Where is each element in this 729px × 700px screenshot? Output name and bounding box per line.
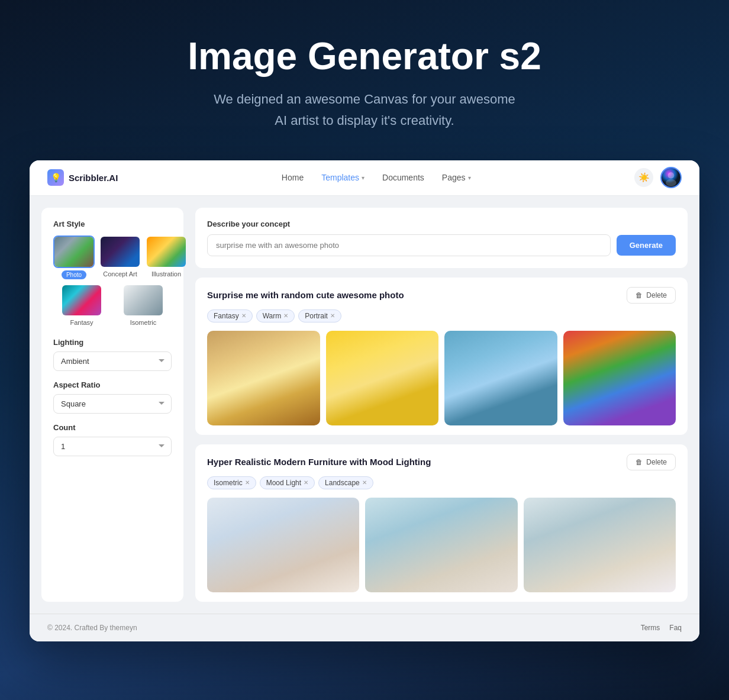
trash-icon-1: 🗑	[636, 291, 643, 299]
brand[interactable]: 💡 Scribbler.AI	[47, 169, 118, 186]
result-header-1: Surprise me with random cute awesome pho…	[207, 287, 676, 304]
count-select[interactable]: 1 2 3 4	[53, 437, 172, 456]
count-group: Count 1 2 3 4	[53, 423, 172, 456]
nav-item-documents[interactable]: Documents	[382, 173, 424, 182]
nav-item-templates[interactable]: Templates ▾	[321, 173, 364, 182]
art-style-illustration[interactable]: Illustration	[146, 236, 187, 279]
image-icecream[interactable]	[207, 331, 320, 425]
concept-input[interactable]	[207, 234, 611, 256]
footer-links: Terms Faq	[641, 624, 682, 632]
image-cat[interactable]	[326, 331, 439, 425]
hero-section: Image Generator s2 We deigned an awesome…	[0, 0, 729, 160]
svg-point-2	[666, 179, 676, 186]
nav-item-pages[interactable]: Pages ▾	[442, 173, 471, 182]
nav-menu: Home Templates ▾ Documents Pages ▾	[282, 173, 471, 182]
tag-isometric-remove-icon[interactable]: ✕	[245, 479, 250, 486]
hero-title: Image Generator s2	[12, 36, 717, 77]
art-style-grid-top: Photo Concept Art Illustration	[53, 236, 172, 279]
footer-copyright: © 2024. Crafted By themeyn	[47, 624, 137, 632]
art-style-photo-thumb	[53, 236, 95, 268]
tags-row-2: Isometric ✕ Mood Light ✕ Landscape ✕	[207, 476, 676, 489]
tag-fantasy-remove-icon[interactable]: ✕	[241, 312, 246, 319]
tag-mood-light[interactable]: Mood Light ✕	[260, 476, 315, 489]
art-style-label: Art Style	[53, 220, 172, 228]
navbar-actions: ☀️	[634, 167, 682, 188]
art-style-isometric-label: Isometric	[130, 319, 157, 326]
hero-subtitle-line2: AI artist to display it's creativity.	[275, 113, 454, 128]
art-style-fantasy[interactable]: Fantasy	[53, 284, 110, 326]
tag-mood-light-remove-icon[interactable]: ✕	[304, 479, 308, 486]
tag-isometric[interactable]: Isometric ✕	[207, 476, 256, 489]
image-chair[interactable]	[365, 498, 517, 592]
templates-chevron-icon: ▾	[362, 175, 364, 181]
art-style-concept-label: Concept Art	[103, 270, 137, 278]
brand-name: Scribbler.AI	[69, 173, 118, 183]
art-style-grid-bottom: Fantasy Isometric	[53, 284, 172, 326]
trash-icon-2: 🗑	[636, 458, 643, 466]
aspect-ratio-label: Aspect Ratio	[53, 380, 172, 389]
lighting-group: Lighting Ambient Natural Studio Dramatic	[53, 338, 172, 371]
result-card-1: Surprise me with random cute awesome pho…	[195, 278, 688, 435]
tag-portrait[interactable]: Portrait ✕	[298, 309, 341, 322]
result-title-2: Hyper Realistic Modern Furniture with Mo…	[207, 457, 431, 467]
brand-icon: 💡	[47, 169, 64, 186]
delete-button-1[interactable]: 🗑 Delete	[627, 287, 676, 304]
image-bed[interactable]	[524, 498, 676, 592]
tag-landscape[interactable]: Landscape ✕	[318, 476, 373, 489]
art-style-photo[interactable]: Photo	[53, 236, 95, 279]
art-style-concept-thumb	[99, 236, 141, 268]
art-style-illustration-thumb	[146, 236, 187, 268]
sidebar: Art Style Photo Concept Art	[41, 208, 183, 602]
avatar-image	[662, 167, 680, 188]
tag-warm-remove-icon[interactable]: ✕	[283, 312, 288, 319]
aspect-ratio-group: Aspect Ratio Square Portrait Landscape W…	[53, 380, 172, 414]
input-card: Describe your concept Generate	[195, 208, 688, 268]
aspect-ratio-select[interactable]: Square Portrait Landscape Wide	[53, 394, 172, 414]
art-style-isometric[interactable]: Isometric	[115, 284, 172, 326]
footer-link-terms[interactable]: Terms	[641, 624, 660, 632]
main-content: Art Style Photo Concept Art	[30, 196, 699, 614]
hero-subtitle-line1: We deigned an awesome Canvas for your aw…	[214, 92, 515, 107]
hero-subtitle: We deigned an awesome Canvas for your aw…	[157, 89, 572, 130]
lighting-select[interactable]: Ambient Natural Studio Dramatic	[53, 351, 172, 371]
tags-row-1: Fantasy ✕ Warm ✕ Portrait ✕	[207, 309, 676, 322]
navbar: 💡 Scribbler.AI Home Templates ▾ Document…	[30, 160, 699, 196]
footer-link-faq[interactable]: Faq	[669, 624, 682, 632]
image-colorful[interactable]	[563, 331, 676, 425]
image-sofa[interactable]	[207, 498, 359, 592]
theme-toggle-button[interactable]: ☀️	[634, 168, 653, 187]
image-grid-2	[207, 498, 676, 592]
app-window: 💡 Scribbler.AI Home Templates ▾ Document…	[30, 160, 699, 641]
result-title-1: Surprise me with random cute awesome pho…	[207, 290, 404, 300]
content-area: Describe your concept Generate Surprise …	[195, 208, 688, 602]
image-grid-1	[207, 331, 676, 425]
count-label: Count	[53, 423, 172, 432]
concept-label: Describe your concept	[207, 220, 676, 228]
delete-button-2[interactable]: 🗑 Delete	[627, 454, 676, 470]
tag-landscape-remove-icon[interactable]: ✕	[362, 479, 367, 486]
tag-warm[interactable]: Warm ✕	[256, 309, 295, 322]
app-footer: © 2024. Crafted By themeyn Terms Faq	[30, 614, 699, 641]
art-style-illustration-label: Illustration	[151, 270, 181, 278]
art-style-fantasy-label: Fantasy	[70, 319, 93, 326]
art-style-isometric-thumb	[122, 284, 164, 317]
avatar[interactable]	[660, 167, 682, 188]
tag-portrait-remove-icon[interactable]: ✕	[330, 312, 335, 319]
generate-button[interactable]: Generate	[617, 235, 676, 256]
lighting-label: Lighting	[53, 338, 172, 347]
nav-item-home[interactable]: Home	[282, 173, 304, 182]
result-card-2: Hyper Realistic Modern Furniture with Mo…	[195, 444, 688, 602]
art-style-photo-label: Photo	[62, 270, 86, 279]
pages-chevron-icon: ▾	[468, 175, 471, 181]
tag-fantasy[interactable]: Fantasy ✕	[207, 309, 253, 322]
art-style-fantasy-thumb	[61, 284, 102, 317]
result-header-2: Hyper Realistic Modern Furniture with Mo…	[207, 454, 676, 470]
input-row: Generate	[207, 234, 676, 256]
svg-point-1	[668, 172, 675, 179]
image-birthday[interactable]	[444, 331, 557, 425]
art-style-concept[interactable]: Concept Art	[99, 236, 141, 279]
